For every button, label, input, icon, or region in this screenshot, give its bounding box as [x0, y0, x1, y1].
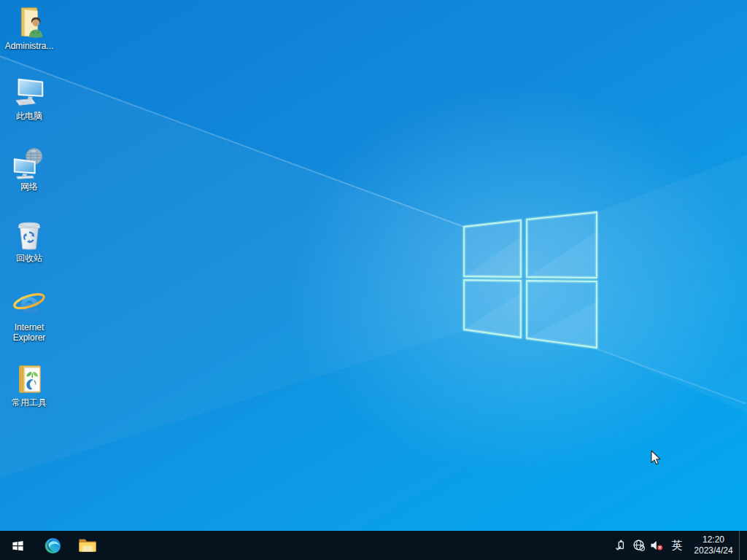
- network-icon: [12, 147, 46, 180]
- taskbar-clock[interactable]: 12:20 2023/4/24: [688, 531, 739, 560]
- windows-logo-watermark: [0, 0, 747, 531]
- internet-explorer-icon: e: [12, 287, 46, 321]
- clock-date: 2023/4/24: [694, 545, 732, 556]
- usb-safely-remove-tray-icon[interactable]: [611, 531, 630, 560]
- start-button[interactable]: [0, 531, 35, 560]
- windows-start-icon: [12, 540, 24, 552]
- desktop-icon-internet-explorer[interactable]: e Internet Explorer: [1, 287, 58, 343]
- desktop-icon-label: 此电脑: [16, 111, 42, 121]
- desktop-icon-common-tools[interactable]: 常用工具: [1, 362, 58, 408]
- taskbar-item-edge[interactable]: [35, 531, 70, 560]
- show-desktop-button[interactable]: [739, 531, 747, 560]
- system-tray: 英 12:20 2023/4/24: [611, 531, 747, 560]
- taskbar-item-file-explorer[interactable]: [70, 531, 105, 560]
- desktop-icon-recycle-bin[interactable]: 回收站: [1, 218, 58, 263]
- taskbar-empty-area: [105, 531, 611, 560]
- desktop-icon-administrator[interactable]: Administra...: [1, 6, 58, 51]
- tools-folder-icon: [12, 362, 46, 396]
- computer-icon: [12, 76, 46, 109]
- desktop-icon-label: 网络: [20, 182, 38, 192]
- desktop-icon-label: Administra...: [5, 41, 54, 51]
- clock-time: 12:20: [703, 534, 724, 545]
- desktop-icon-this-pc[interactable]: 此电脑: [1, 76, 58, 121]
- volume-muted-tray-icon[interactable]: [648, 531, 666, 560]
- desktop-icon-label: Internet Explorer: [1, 322, 57, 343]
- taskbar: 英 12:20 2023/4/24: [0, 531, 747, 560]
- recycle-bin-icon: [12, 218, 46, 252]
- desktop-icon-label: 常用工具: [12, 397, 47, 408]
- file-explorer-icon: [78, 537, 97, 553]
- user-folder-icon: [12, 6, 46, 39]
- network-no-internet-tray-icon[interactable]: [630, 531, 648, 560]
- microsoft-edge-icon: [44, 537, 62, 555]
- ime-indicator[interactable]: 英: [666, 531, 688, 560]
- desktop-icon-network[interactable]: 网络: [1, 147, 58, 192]
- wallpaper: Administra... 此电脑: [0, 0, 747, 531]
- desktop-icon-label: 回收站: [16, 253, 42, 263]
